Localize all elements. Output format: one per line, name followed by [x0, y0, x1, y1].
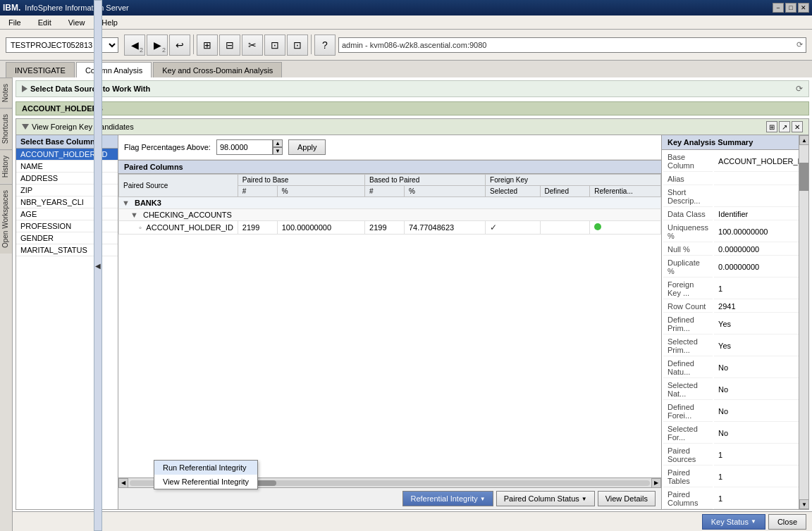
- toolbar-btn-1[interactable]: ◀2: [124, 35, 145, 56]
- toolbar-btn-4[interactable]: ⊞: [197, 35, 218, 56]
- side-tab-shortcuts[interactable]: Shortcuts: [0, 108, 12, 149]
- expand-icon[interactable]: [22, 85, 27, 92]
- v-scroll-track: [799, 145, 808, 499]
- column-selector: Select Base Column ACCOUNT_HOLDER_ID NAM…: [16, 135, 118, 509]
- col-item-marital[interactable]: MARITAL_STATUS: [16, 244, 118, 256]
- ka-value-null: 0.00000000: [714, 244, 799, 256]
- ka-row-foreign-key: Foreign Key ... 1: [663, 279, 799, 299]
- flag-input[interactable]: [216, 139, 273, 155]
- ka-row-short-desc: Short Descrip...: [663, 187, 799, 207]
- close-button[interactable]: Close: [768, 514, 806, 530]
- toolbar-btn-6[interactable]: ✂: [242, 35, 263, 56]
- ka-label-uniqueness: Uniqueness %: [663, 222, 713, 242]
- ka-label-paired-columns: Paired Columns: [663, 489, 713, 509]
- paired-column-status-button[interactable]: Paired Column Status ▼: [496, 491, 595, 506]
- h-scroll-right-btn[interactable]: ▶: [651, 478, 661, 488]
- ka-value-selected-prim: Yes: [714, 336, 799, 356]
- th-fk-referential: Referentia...: [590, 186, 661, 197]
- apply-button[interactable]: Apply: [288, 139, 326, 155]
- data-source-panel: Select Data Source to Work With ⟳: [16, 80, 809, 97]
- fk-icon-close[interactable]: ✕: [792, 121, 803, 132]
- ka-label-duplicate: Duplicate %: [663, 257, 713, 277]
- cell-btp-pct: 74.77048623: [404, 221, 485, 235]
- dropdown-run-referential[interactable]: Run Referential Integrity: [154, 461, 257, 475]
- table-row-bank3[interactable]: ▼ BANK3: [119, 197, 661, 209]
- key-status-button[interactable]: Key Status ▼: [702, 514, 765, 530]
- col-item-age[interactable]: AGE: [16, 208, 118, 220]
- th-fk-selected: Selected: [486, 186, 540, 197]
- ka-value-paired-columns: 1: [714, 489, 799, 509]
- cell-ptb-pct: 100.00000000: [277, 221, 364, 235]
- title-bar: IBM. InfoSphere Information Server − □ ✕: [0, 0, 812, 15]
- close-window-button[interactable]: ✕: [798, 3, 809, 13]
- content-area: Select Data Source to Work With ⟳ ACCOUN…: [13, 77, 812, 531]
- th-fk-defined: Defined: [540, 186, 590, 197]
- v-scroll-up-btn[interactable]: ▲: [799, 135, 808, 145]
- col-item-profession[interactable]: PROFESSION: [16, 220, 118, 232]
- v-scrollbar[interactable]: ▲ ▼: [799, 135, 808, 509]
- toolbar-btn-5[interactable]: ⊟: [219, 35, 240, 56]
- toolbar-btn-2[interactable]: ▶2: [147, 35, 168, 56]
- ka-label-alias: Alias: [663, 173, 713, 185]
- ds-panel-refresh-icon[interactable]: ⟳: [796, 84, 803, 94]
- tab-column-analysis[interactable]: Column Analysis: [76, 62, 152, 77]
- url-text: admin - kvm086-w2k8.ascential.com:9080: [342, 41, 794, 49]
- th-based-to-paired-group: Based to Paired: [365, 175, 486, 186]
- fk-collapse-icon[interactable]: [22, 124, 29, 130]
- th-ptb-count: #: [238, 186, 277, 197]
- toolbar-btn-8[interactable]: ⊡: [287, 35, 308, 56]
- ka-row-defined-natu: Defined Natu... No: [663, 358, 799, 378]
- tab-investigate[interactable]: INVESTIGATE: [6, 62, 75, 77]
- table-row-data-1[interactable]: ◦ ACCOUNT_HOLDER_ID 2199 100.00000000 21…: [119, 221, 661, 235]
- cell-fk-selected: ✓: [486, 221, 540, 235]
- restore-button[interactable]: □: [785, 3, 796, 13]
- col-item-nbr-years[interactable]: NBR_YEARS_CLI: [16, 196, 118, 208]
- referential-integrity-button[interactable]: Referential Integrity ▼: [402, 491, 493, 506]
- col-item-zip[interactable]: ZIP: [16, 185, 118, 196]
- view-details-button[interactable]: View Details: [598, 491, 656, 506]
- fk-header-title: View Foreign Key Candidates: [32, 123, 134, 131]
- paired-table-wrap: Paired Source Paired to Base Based to Pa…: [118, 174, 661, 477]
- minimize-button[interactable]: −: [773, 3, 784, 13]
- ka-label-null: Null %: [663, 244, 713, 256]
- col-item-gender[interactable]: GENDER: [16, 232, 118, 244]
- ka-label-defined-forei: Defined Forei...: [663, 401, 713, 422]
- menu-file[interactable]: File: [6, 17, 24, 28]
- dropdown-view-referential[interactable]: View Referential Integrity: [154, 475, 257, 489]
- v-scroll-thumb[interactable]: [799, 163, 808, 191]
- side-tab-open-workspaces[interactable]: Open Workspaces: [0, 184, 12, 254]
- panel-collapse-btn[interactable]: ◀: [94, 135, 102, 509]
- col-item-account-holder-id[interactable]: ACCOUNT_HOLDER_ID: [16, 149, 118, 161]
- refresh-icon[interactable]: ⟳: [796, 40, 803, 49]
- bottom-buttons-bar: Referential Integrity ▼ Paired Column St…: [118, 487, 661, 509]
- ka-value-defined-forei: No: [714, 401, 799, 422]
- col-item-name[interactable]: NAME: [16, 161, 118, 173]
- tab-key-cross[interactable]: Key and Cross-Domain Analysis: [153, 62, 282, 77]
- col-item-address[interactable]: ADDRESS: [16, 173, 118, 185]
- spin-down-btn[interactable]: ▼: [273, 147, 283, 155]
- fk-icon-expand[interactable]: ↗: [779, 121, 790, 132]
- ka-table: Base Column ACCOUNT_HOLDER_ID Alias Shor…: [662, 150, 799, 509]
- v-scroll-down-btn[interactable]: ▼: [799, 499, 808, 509]
- fk-header: View Foreign Key Candidates ⊞ ↗ ✕: [16, 119, 808, 135]
- fk-icon-print[interactable]: ⊞: [766, 121, 777, 132]
- toolbar-btn-help[interactable]: ?: [314, 35, 336, 56]
- ka-row-row-count: Row Count 2941: [663, 301, 799, 313]
- toolbar-btn-3[interactable]: ↩: [169, 35, 190, 56]
- menu-view[interactable]: View: [66, 17, 88, 28]
- paired-columns-section: Paired Columns Paired Source Paired to B…: [118, 160, 661, 509]
- tab-strip: INVESTIGATE Column Analysis Key and Cros…: [0, 61, 812, 77]
- ka-value-selected-nat: No: [714, 380, 799, 400]
- ka-label-short-desc: Short Descrip...: [663, 187, 713, 207]
- side-tab-notes[interactable]: Notes: [0, 77, 12, 108]
- ka-row-selected-nat: Selected Nat... No: [663, 380, 799, 400]
- toolbar-btn-7[interactable]: ⊡: [264, 35, 285, 56]
- h-scroll-left-btn[interactable]: ◀: [118, 478, 128, 488]
- ds-panel-title-text: Select Data Source to Work With: [30, 85, 150, 93]
- menu-edit[interactable]: Edit: [35, 17, 54, 28]
- row-dot-icon: ◦: [139, 223, 142, 232]
- side-tab-history[interactable]: History: [0, 149, 12, 183]
- table-row-checking-accounts[interactable]: ▼ CHECKING_ACCOUNTS: [119, 209, 661, 221]
- spin-up-btn[interactable]: ▲: [273, 139, 283, 147]
- ka-scroll: Base Column ACCOUNT_HOLDER_ID Alias Shor…: [662, 150, 799, 509]
